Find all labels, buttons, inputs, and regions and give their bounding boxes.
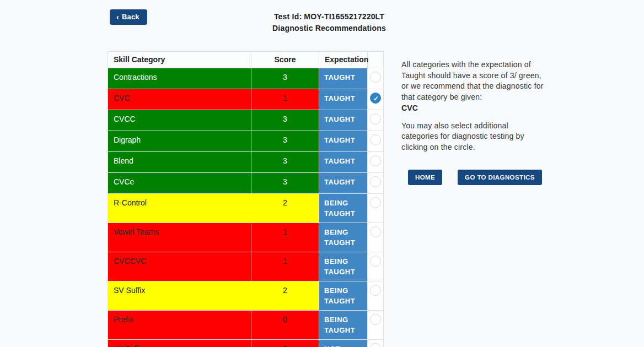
- score-cell: 1: [251, 89, 319, 110]
- header-skill-category: Skill Category: [108, 52, 251, 68]
- select-cell: [368, 252, 384, 281]
- select-circle[interactable]: [370, 72, 381, 83]
- table-row: Contractions3TAUGHT: [108, 68, 384, 89]
- score-cell: 2: [251, 281, 319, 311]
- select-cell: [368, 340, 384, 347]
- category-cell: Contractions: [108, 68, 251, 89]
- select-cell: [368, 194, 384, 223]
- select-cell: [368, 173, 384, 194]
- expectation-cell: TAUGHT: [319, 131, 368, 152]
- home-button[interactable]: HOME: [408, 170, 442, 185]
- chevron-left-icon: ‹: [116, 13, 119, 21]
- expectation-cell: TAUGHT: [319, 152, 368, 173]
- category-cell: SV Suffix: [108, 281, 251, 311]
- table-row: CVCe3TAUGHT: [108, 173, 384, 194]
- select-circle[interactable]: [370, 155, 381, 166]
- select-circle[interactable]: [370, 176, 381, 187]
- table-body: Contractions3TAUGHTCVC1TAUGHT✓CVCC3TAUGH…: [108, 68, 384, 347]
- score-cell: 0: [251, 311, 319, 340]
- back-button[interactable]: ‹ Back: [110, 9, 147, 25]
- category-cell: CVCCVC: [108, 252, 251, 281]
- go-to-diagnostics-button[interactable]: GO TO DIAGNOSTICS: [458, 170, 542, 185]
- score-cell: 1: [251, 223, 319, 252]
- expectation-cell: TAUGHT: [319, 89, 368, 110]
- table-row: Vowel Teams1BEING TAUGHT: [108, 223, 384, 252]
- expectation-cell: TAUGHT: [319, 68, 368, 89]
- test-id-title: Test Id: MOY-TI1655217220LT: [219, 11, 439, 23]
- back-button-label: Back: [122, 13, 139, 21]
- score-cell: 2: [251, 194, 319, 223]
- select-cell: ✓: [368, 89, 384, 110]
- select-circle[interactable]: [370, 256, 381, 267]
- skill-category-table: Skill Category Score Expectation Contrac…: [108, 51, 384, 347]
- category-cell: Digraph: [108, 131, 251, 152]
- select-cell: [368, 281, 384, 311]
- expectation-cell: BEING TAUGHT: [319, 194, 368, 223]
- table-row: CVCCVC1BEING TAUGHT: [108, 252, 384, 281]
- select-circle[interactable]: [370, 197, 381, 208]
- score-cell: 1: [251, 252, 319, 281]
- table-row: Blend3TAUGHT: [108, 152, 384, 173]
- action-buttons: HOME GO TO DIAGNOSTICS: [408, 170, 542, 185]
- score-cell: 3: [251, 110, 319, 131]
- category-cell: Blend: [108, 152, 251, 173]
- check-icon: ✓: [371, 93, 382, 104]
- select-circle[interactable]: ✓: [370, 93, 381, 104]
- table-header-row: Skill Category Score Expectation: [108, 52, 384, 68]
- recommendation-panel: All categories with the expectation of T…: [401, 59, 547, 153]
- category-cell: CVC: [108, 89, 251, 110]
- select-cell: [368, 223, 384, 252]
- select-circle[interactable]: [370, 285, 381, 296]
- category-cell: Vowel Teams: [108, 223, 251, 252]
- category-cell: Prefix: [108, 311, 251, 340]
- expectation-cell: BEING TAUGHT: [319, 281, 368, 311]
- score-cell: 3: [251, 173, 319, 194]
- header-select: [368, 52, 384, 68]
- table-row: R-Control2BEING TAUGHT: [108, 194, 384, 223]
- select-cell: [368, 152, 384, 173]
- additional-selection-text: You may also select additional categorie…: [401, 121, 547, 153]
- select-cell: [368, 68, 384, 89]
- expectation-cell: TAUGHT: [319, 110, 368, 131]
- select-cell: [368, 311, 384, 340]
- category-cell: CVCe: [108, 173, 251, 194]
- recommendation-text: All categories with the expectation of T…: [401, 59, 547, 102]
- table-row: LV Suffix0NOT TAUGHT: [108, 340, 384, 347]
- table-row: Prefix0BEING TAUGHT: [108, 311, 384, 340]
- page-title: Test Id: MOY-TI1655217220LT Diagnostic R…: [219, 11, 439, 34]
- score-cell: 0: [251, 340, 319, 347]
- table-row: Digraph3TAUGHT: [108, 131, 384, 152]
- table-row: CVCC3TAUGHT: [108, 110, 384, 131]
- score-cell: 3: [251, 68, 319, 89]
- expectation-cell: BEING TAUGHT: [319, 252, 368, 281]
- category-cell: LV Suffix: [108, 340, 251, 347]
- category-cell: CVCC: [108, 110, 251, 131]
- header-expectation: Expectation: [319, 52, 368, 68]
- select-cell: [368, 131, 384, 152]
- select-circle[interactable]: [370, 343, 381, 347]
- expectation-cell: BEING TAUGHT: [319, 223, 368, 252]
- score-cell: 3: [251, 152, 319, 173]
- header-score: Score: [251, 52, 319, 68]
- select-circle[interactable]: [370, 226, 381, 237]
- page-subtitle: Diagnostic Recommendations: [219, 23, 439, 34]
- select-circle[interactable]: [370, 113, 381, 124]
- expectation-cell: BEING TAUGHT: [319, 311, 368, 340]
- category-cell: R-Control: [108, 194, 251, 223]
- expectation-cell: NOT TAUGHT: [319, 340, 368, 347]
- expectation-cell: TAUGHT: [319, 173, 368, 194]
- recommended-category: CVC: [401, 103, 547, 114]
- table-row: CVC1TAUGHT✓: [108, 89, 384, 110]
- select-circle[interactable]: [370, 134, 381, 145]
- select-circle[interactable]: [370, 314, 381, 325]
- score-cell: 3: [251, 131, 319, 152]
- select-cell: [368, 110, 384, 131]
- table-row: SV Suffix2BEING TAUGHT: [108, 281, 384, 311]
